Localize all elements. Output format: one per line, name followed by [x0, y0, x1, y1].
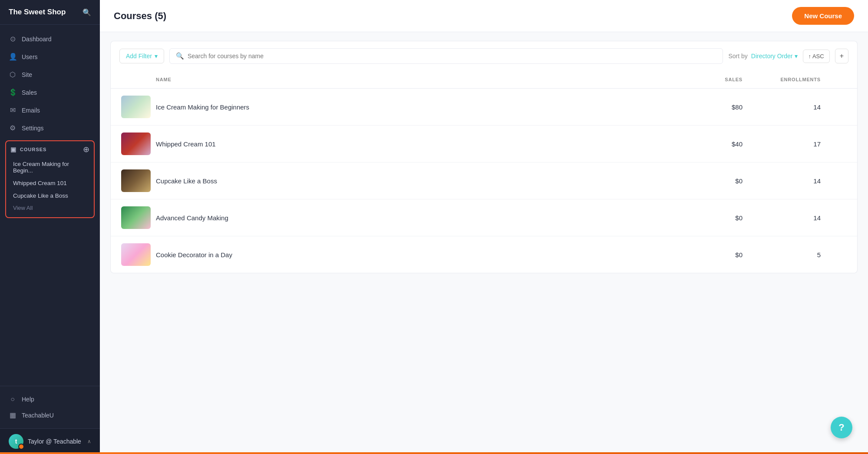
sidebar-item-label: Emails [22, 107, 40, 114]
sidebar-item-settings[interactable]: ⚙ Settings [0, 119, 100, 137]
course-sales: $40 [708, 140, 769, 148]
sidebar-item-label: Users [22, 53, 38, 60]
users-icon: 👤 [9, 53, 17, 61]
help-fab-button[interactable]: ? [831, 417, 852, 438]
bottom-accent [0, 452, 868, 454]
sidebar-item-users[interactable]: 👤 Users [0, 48, 100, 66]
teachable-u-icon: ▦ [9, 411, 17, 419]
course-name: Whipped Cream 101 [156, 140, 708, 148]
th-thumbnail [121, 77, 156, 82]
user-section[interactable]: t Taylor @ Teachable ∧ [0, 428, 100, 454]
sort-select[interactable]: Directory Order ▾ [751, 53, 798, 60]
courses-table: NAME SALES ENROLLMENTS Ice Cream Making … [110, 71, 858, 273]
top-bar: Courses (5) New Course [100, 0, 868, 32]
course-name: Cupcake Like a Boss [156, 177, 708, 185]
sidebar-course-item[interactable]: Ice Cream Making for Begin... [10, 158, 89, 177]
table-header: NAME SALES ENROLLMENTS [111, 71, 857, 89]
courses-section: ▣ COURSES ⊕ Ice Cream Making for Begin..… [5, 140, 95, 218]
course-enrollments: 14 [769, 214, 847, 222]
sort-direction-button[interactable]: ↑ ASC [803, 50, 830, 63]
course-enrollments: 5 [769, 251, 847, 258]
search-icon[interactable]: 🔍 [83, 8, 91, 17]
course-thumbnail [121, 133, 151, 155]
courses-icon: ▣ [10, 146, 17, 153]
table-row[interactable]: Advanced Candy Making $0 14 [111, 199, 857, 236]
sidebar-item-sales[interactable]: 💲 Sales [0, 83, 100, 101]
search-icon: 🔍 [176, 52, 184, 60]
filter-bar: Add Filter ▾ 🔍 Sort by Directory Order ▾… [110, 41, 858, 71]
sidebar-course-item[interactable]: Cupcake Like a Boss [10, 189, 89, 202]
view-all-link[interactable]: View All [10, 202, 89, 214]
course-name: Cookie Decorator in a Day [156, 251, 708, 258]
chevron-up-icon[interactable]: ∧ [87, 438, 91, 444]
table-row[interactable]: Ice Cream Making for Beginners $80 14 [111, 89, 857, 126]
table-row[interactable]: Cupcake Like a Boss $0 14 [111, 162, 857, 199]
sort-section: Sort by Directory Order ▾ [728, 53, 797, 60]
course-enrollments: 14 [769, 103, 847, 111]
th-sales: SALES [708, 77, 769, 82]
sidebar: The Sweet Shop 🔍 ⊙ Dashboard 👤 Users ⬡ S… [0, 0, 100, 454]
help-link[interactable]: ○ Help [9, 391, 91, 407]
sort-label: Sort by [728, 53, 747, 60]
sidebar-item-label: Site [22, 71, 32, 78]
emails-icon: ✉ [9, 106, 17, 114]
search-input[interactable] [188, 53, 717, 60]
chevron-down-icon: ▾ [155, 53, 158, 60]
main-content: Courses (5) New Course Add Filter ▾ 🔍 So… [100, 0, 868, 454]
course-sales: $0 [708, 251, 769, 258]
new-course-button[interactable]: New Course [792, 7, 854, 25]
sidebar-item-label: Dashboard [22, 36, 52, 43]
sidebar-footer: ○ Help ▦ TeachableU [0, 386, 100, 428]
sidebar-item-site[interactable]: ⬡ Site [0, 66, 100, 83]
course-sales: $80 [708, 103, 769, 111]
chevron-down-icon: ▾ [795, 53, 798, 60]
add-filter-button[interactable]: Add Filter ▾ [119, 49, 164, 63]
course-name: Ice Cream Making for Beginners [156, 103, 708, 111]
settings-icon: ⚙ [9, 124, 17, 132]
avatar: t [9, 434, 23, 449]
course-sales: $0 [708, 214, 769, 222]
course-enrollments: 17 [769, 140, 847, 148]
course-sales: $0 [708, 177, 769, 185]
sidebar-nav: ⊙ Dashboard 👤 Users ⬡ Site 💲 Sales ✉ Ema… [0, 25, 100, 386]
course-enrollments: 14 [769, 177, 847, 185]
school-name: The Sweet Shop [9, 8, 66, 17]
sidebar-item-dashboard[interactable]: ⊙ Dashboard [0, 30, 100, 48]
courses-section-label: ▣ COURSES [10, 146, 46, 153]
page-title: Courses (5) [114, 10, 166, 22]
add-column-button[interactable]: + [835, 49, 848, 63]
table-row[interactable]: Whipped Cream 101 $40 17 [111, 126, 857, 162]
course-name: Advanced Candy Making [156, 214, 708, 222]
sales-icon: 💲 [9, 88, 17, 96]
sidebar-course-item[interactable]: Whipped Cream 101 [10, 177, 89, 189]
sidebar-item-label: Settings [22, 125, 44, 132]
course-thumbnail [121, 243, 151, 266]
help-icon: ○ [9, 395, 17, 403]
sidebar-header: The Sweet Shop 🔍 [0, 0, 100, 25]
sidebar-item-emails[interactable]: ✉ Emails [0, 101, 100, 119]
user-info: t Taylor @ Teachable [9, 434, 81, 449]
avatar-badge [18, 444, 24, 450]
dashboard-icon: ⊙ [9, 35, 17, 43]
th-enrollments: ENROLLMENTS [769, 77, 847, 82]
search-bar: 🔍 [169, 48, 723, 64]
add-filter-label: Add Filter [126, 53, 152, 60]
course-thumbnail [121, 206, 151, 229]
course-thumbnail [121, 169, 151, 192]
user-name: Taylor @ Teachable [28, 438, 81, 445]
courses-section-header: ▣ COURSES ⊕ [10, 146, 89, 153]
teachable-u-link[interactable]: ▦ TeachableU [9, 407, 91, 423]
th-name: NAME [156, 77, 708, 82]
course-thumbnail [121, 96, 151, 118]
table-row[interactable]: Cookie Decorator in a Day $0 5 [111, 236, 857, 273]
sidebar-item-label: Sales [22, 89, 37, 96]
site-icon: ⬡ [9, 70, 17, 79]
add-course-icon[interactable]: ⊕ [83, 146, 89, 153]
